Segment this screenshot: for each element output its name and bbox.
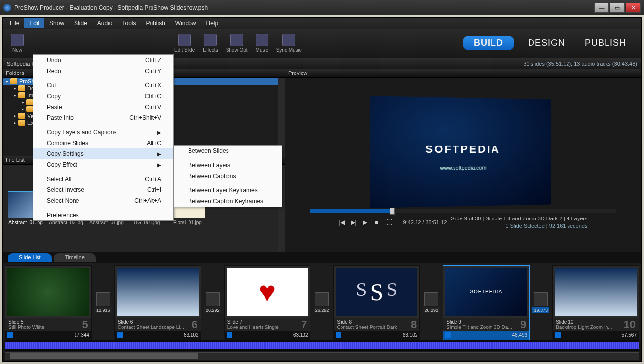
submenu-arrow-icon: ▶ [138,162,161,168]
menu-item-paste-into[interactable]: Paste IntoCtrl+Shift+V [33,112,173,123]
toolbar: New Edit SlideEffectsShow OptMusicSync M… [3,29,641,58]
folder-icon [26,106,33,112]
folder-icon [18,120,25,126]
menu-item-copy-layers-and-captions[interactable]: Copy Layers and Captions▶ [33,127,173,138]
transition[interactable]: 26.292 [424,292,439,313]
transition-icon [206,292,220,306]
play-icon[interactable] [117,332,123,338]
menu-file[interactable]: File [5,18,24,28]
menu-item-copy-settings[interactable]: Copy Settings▶ [33,148,173,159]
fullscreen-button[interactable]: ⛶ [386,219,394,226]
maximize-button[interactable]: ▭ [610,3,625,13]
menu-window[interactable]: Window [170,18,201,28]
folder-icon [10,78,17,84]
next-button[interactable]: ▶| [351,219,359,226]
menu-item-cut[interactable]: CutCtrl+X [33,80,173,91]
tab-timeline[interactable]: Timeline [54,253,96,262]
slide-card[interactable]: ♥Slide 7Love and Hearts Single763.102 [224,265,311,340]
toolbar-show-opt[interactable]: Show Opt [222,32,252,55]
minimize-button[interactable]: — [594,3,609,13]
tab-slide-list[interactable]: Slide List [8,253,52,262]
transition-icon [96,292,110,306]
timeline-scrollbar[interactable] [5,352,639,360]
selection-info: 1 Slide Selected | 92.161 seconds [451,222,587,230]
menu-help[interactable]: Help [201,18,224,28]
toolbar-new[interactable]: New [7,32,28,55]
close-button[interactable]: ✕ [626,3,641,13]
menu-item-undo[interactable]: UndoCtrl+Z [33,55,173,66]
slide-card[interactable]: Slide 10Backdrop Light Zoom In...1057.56… [552,265,639,340]
slide-list: Slide 5Still Photo White517.34412.916Sli… [3,263,641,340]
play-icon[interactable] [227,332,232,338]
edit-menu: UndoCtrl+ZRedoCtrl+YCutCtrl+XCopyCtrl+CP… [33,54,174,221]
menu-item-combine-slides[interactable]: Combine SlidesAlt+C [33,138,173,148]
submenu-arrow-icon: ▶ [138,130,161,135]
menu-publish[interactable]: Publish [141,18,170,28]
transition-icon [315,292,329,306]
submenu-item-between-layer-keyframes[interactable]: Between Layer Keyframes [174,185,282,196]
submenu-item-between-layers[interactable]: Between Layers [174,160,282,171]
preview-canvas: SOFTPEDIA www.softpedia.com [370,96,551,208]
menu-edit[interactable]: Edit [24,18,44,28]
folders-scrollbar[interactable] [278,78,285,156]
menu-audio[interactable]: Audio [92,18,117,28]
play-icon[interactable] [7,332,13,338]
preview-brand: SOFTPEDIA [370,143,551,156]
seek-bar[interactable] [310,209,616,213]
show-stats: 30 slides (35:51.12), 13 audio tracks (3… [322,61,638,67]
menu-tools[interactable]: Tools [117,18,141,28]
mode-publish[interactable]: PUBLISH [579,36,632,50]
menu-item-copy[interactable]: CopyCtrl+C [33,91,173,102]
slide-card[interactable]: Slide 5Still Photo White517.344 [5,265,92,340]
menu-item-paste[interactable]: PasteCtrl+V [33,102,173,112]
menu-show[interactable]: Show [44,18,69,28]
new-icon [11,34,24,46]
titlebar: ProShow Producer - Evaluation Copy - Sof… [0,0,644,15]
toolbar-effects[interactable]: Effects [199,32,222,55]
menu-item-select-all[interactable]: Select AllCtrl+A [33,174,173,184]
slide-card[interactable]: Slide 6Contact Sheet Landscape Li...663.… [114,265,201,340]
submenu-item-between-captions[interactable]: Between Captions [174,171,282,182]
transition-icon [534,292,548,306]
toolbar-edit-slide[interactable]: Edit Slide [170,32,199,55]
menu-item-select-inverse[interactable]: Select InverseCtrl+I [33,184,173,195]
time-display: 9:42.12 / 35:51.12 [403,219,447,225]
transition[interactable]: 26.292 [205,292,220,313]
menubar: FileEditShowSlideAudioToolsPublishWindow… [3,18,641,29]
play-icon[interactable] [555,332,561,338]
transition[interactable]: 26.292 [314,292,329,313]
menu-item-redo[interactable]: RedoCtrl+Y [33,66,173,76]
preview-header: Preview [285,69,641,78]
mode-build[interactable]: BUILD [463,36,514,50]
preview-panel: SOFTPEDIA www.softpedia.com |◀ ▶| ▶ ■ ⛶ … [285,78,641,252]
submenu-item-between-slides[interactable]: Between Slides [174,146,282,156]
submenu-item-between-caption-keyframes[interactable]: Between Caption Keyframes [174,196,282,207]
menu-slide[interactable]: Slide [69,18,92,28]
transition[interactable]: 19.373 [533,292,548,313]
copy-settings-submenu: Between SlidesBetween LayersBetween Capt… [174,145,282,207]
play-icon[interactable] [445,332,451,338]
folder-icon [26,99,33,105]
app-icon [3,4,11,12]
slide-card[interactable]: SOFTPEDIASlide 9Simple Tilt and Zoom 3D … [443,265,530,340]
transition-icon [424,292,438,306]
mode-design[interactable]: DESIGN [522,36,571,50]
preview-sub: www.softpedia.com [370,164,551,171]
menu-item-preferences[interactable]: Preferences [33,210,173,220]
submenu-arrow-icon: ▶ [138,151,161,157]
audio-waveform[interactable] [5,340,639,351]
play-button[interactable]: ▶ [363,219,371,226]
toolbar-music[interactable]: Music [252,32,272,55]
menu-item-copy-effect[interactable]: Copy Effect▶ [33,159,173,170]
window-title: ProShow Producer - Evaluation Copy - Sof… [14,4,594,11]
play-icon[interactable] [336,332,341,338]
stop-button[interactable]: ■ [375,219,382,226]
transition[interactable]: 12.916 [96,292,111,313]
prev-button[interactable]: |◀ [339,219,347,226]
slide-card[interactable]: SSSSlide 8Contact Sheet Portrait Dark863… [333,265,420,340]
seek-knob[interactable] [390,208,395,215]
menu-item-select-none[interactable]: Select NoneCtrl+Alt+A [33,195,173,206]
folder-icon [18,92,25,98]
toolbar-sync-music[interactable]: Sync Music [272,32,305,55]
folder-icon [18,113,25,119]
